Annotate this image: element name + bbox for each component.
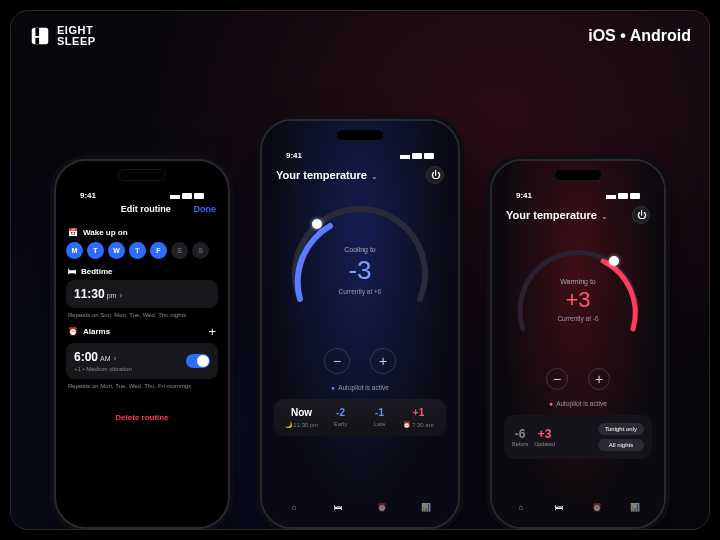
increase-button[interactable]: + [370,348,396,374]
alarm-card[interactable]: 6:00AM› +1 • Medium vibration [66,343,218,379]
gauge-value: +3 [502,287,654,313]
autopilot-status: ●Autopilot is active [272,384,448,391]
tab-bar: ⌂ 🛏 ⏰ 📊 [502,493,654,521]
phone-edit-routine: 9:41 Edit routine Done 📅 Wake up on MTWT… [54,159,230,529]
tonight-only-button[interactable]: Tonight only [598,423,644,435]
day-toggle[interactable]: M [66,242,83,259]
chevron-right-icon: › [114,354,117,363]
day-toggle[interactable]: S [192,242,209,259]
gauge-current: Currently at +6 [272,288,448,295]
bedtime-section: 🛏 Bedtime [68,267,216,276]
decrease-button[interactable]: − [546,368,568,390]
tab-home-icon[interactable]: ⌂ [513,499,529,515]
temperature-dropdown[interactable]: Your temperature⌄ [506,209,608,221]
tab-stats-icon[interactable]: 📊 [627,499,643,515]
update-card: -6 Before +3 Updated Tonight only All ni… [504,415,652,459]
status-bar: 9:41 [66,183,218,200]
schedule-cell[interactable]: -2Early [321,407,360,428]
wake-up-section: 📅 Wake up on [68,228,216,237]
alarms-section: ⏰ Alarms + [68,324,216,339]
gauge-status-label: Cooling to [272,246,448,253]
increase-button[interactable]: + [588,368,610,390]
brand-logo: EIGHT SLEEP [29,25,96,47]
power-button[interactable]: ⏻ [426,166,444,184]
page-title: Edit routine [121,204,171,214]
day-toggle[interactable]: F [150,242,167,259]
tab-bed-icon[interactable]: 🛏 [330,499,346,515]
power-button[interactable]: ⏻ [632,206,650,224]
day-toggle[interactable]: W [108,242,125,259]
bed-icon: 🛏 [68,267,76,276]
chevron-right-icon: › [119,291,122,300]
temperature-dropdown[interactable]: Your temperature⌄ [276,169,378,181]
alarm-repeats: Repeats on Mon, Tue, Wed, Thu, Fri morni… [68,383,216,389]
gauge-thumb[interactable] [609,256,619,266]
updated-value: +3 Updated [534,427,555,447]
schedule-cell[interactable]: +1⏰ 7:30 am [399,407,438,428]
svg-rect-0 [32,28,49,45]
chevron-down-icon: ⌄ [601,212,608,221]
bedtime-card[interactable]: 11:30pm› [66,280,218,308]
tab-bar: ⌂ 🛏 ⏰ 📊 [272,493,448,521]
day-toggle[interactable]: S [171,242,188,259]
alarm-icon: ⏰ [68,327,78,336]
tab-bed-icon[interactable]: 🛏 [551,499,567,515]
alarm-toggle[interactable] [186,354,210,368]
gauge-thumb[interactable] [312,219,322,229]
day-toggle[interactable]: T [87,242,104,259]
schedule-card[interactable]: Now🌙 11:30 pm-2Early-1Late+1⏰ 7:30 am [274,399,446,436]
svg-rect-2 [35,38,39,44]
schedule-cell[interactable]: Now🌙 11:30 pm [282,407,321,428]
phone-temperature-cool: 9:41 Your temperature⌄ ⏻ C [260,119,460,529]
chevron-down-icon: ⌄ [371,172,378,181]
calendar-icon: 📅 [68,228,78,237]
delete-routine-button[interactable]: Delete routine [66,395,218,422]
autopilot-status: ●Autopilot is active [502,400,654,407]
bedtime-repeats: Repeats on Sun, Mon, Tue, Wed, Thu night… [68,312,216,318]
day-toggle[interactable]: T [129,242,146,259]
status-bar: 9:41 [272,143,448,160]
tab-alarm-icon[interactable]: ⏰ [589,499,605,515]
done-button[interactable]: Done [194,204,217,214]
tab-stats-icon[interactable]: 📊 [418,499,434,515]
tab-home-icon[interactable]: ⌂ [286,499,302,515]
gauge-current: Currently at -6 [502,315,654,322]
schedule-cell[interactable]: -1Late [360,407,399,428]
phone-temperature-warm: 9:41 Your temperature⌄ ⏻ W [490,159,666,529]
before-value: -6 Before [512,427,528,447]
tab-alarm-icon[interactable]: ⏰ [374,499,390,515]
add-alarm-button[interactable]: + [208,324,216,339]
status-bar: 9:41 [502,183,654,200]
all-nights-button[interactable]: All nights [598,439,644,451]
gauge-value: -3 [272,255,448,286]
decrease-button[interactable]: − [324,348,350,374]
gauge-status-label: Warming to [502,278,654,285]
platforms-label: iOS • Android [588,27,691,45]
svg-rect-1 [35,28,39,36]
